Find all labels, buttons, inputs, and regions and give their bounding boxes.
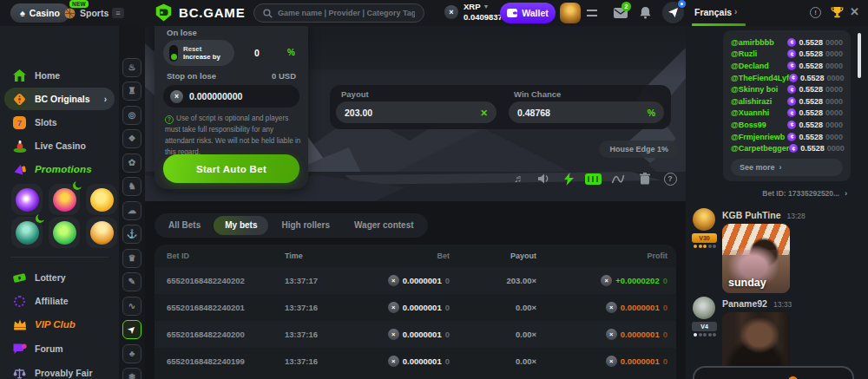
on-lose-controls: Reset Increase by 0 % bbox=[163, 40, 299, 66]
sidebar-item-vip-club[interactable]: VIP Club bbox=[0, 313, 119, 336]
game-rail-item[interactable]: ⚓ bbox=[122, 225, 141, 244]
sidebar-item-affiliate[interactable]: Affiliate bbox=[0, 290, 119, 312]
promo-tile-rocket[interactable] bbox=[11, 217, 43, 248]
home-icon bbox=[12, 69, 27, 83]
chat-gif-sunday[interactable]: sunday bbox=[722, 224, 790, 293]
payout-input[interactable]: 203.00 ✕ bbox=[336, 101, 496, 123]
notifications-button[interactable] bbox=[640, 6, 651, 19]
search-input[interactable] bbox=[278, 9, 415, 17]
lottery-icon bbox=[12, 271, 27, 285]
music-toggle-icon[interactable]: ♬ bbox=[510, 170, 528, 187]
reset-increase-toggle[interactable]: Reset Increase by bbox=[163, 40, 234, 66]
chat-message-input[interactable] bbox=[693, 366, 854, 379]
sidebar-item-bc-originals[interactable]: BC Originals › bbox=[4, 88, 115, 110]
user-avatar[interactable] bbox=[560, 3, 581, 23]
trends-icon[interactable] bbox=[609, 170, 627, 187]
sports-toggle[interactable]: NEW Sports bbox=[64, 3, 108, 23]
promo-tile-coins[interactable] bbox=[86, 217, 117, 248]
sidebar-item-lottery[interactable]: Lottery bbox=[0, 266, 119, 289]
seeds-icon[interactable] bbox=[636, 170, 654, 187]
stop-on-lose-input[interactable]: × 0.000000000 bbox=[163, 85, 299, 108]
balance-selector[interactable]: × XRP▼ 0.04098372 bbox=[444, 2, 507, 23]
leaderboard-button[interactable] bbox=[831, 6, 844, 19]
rain-user-row[interactable]: @Decland¢0.55280000 bbox=[731, 60, 843, 72]
rain-user-row[interactable]: @Carpetbegger¢0.55280000 bbox=[731, 142, 843, 154]
avatar[interactable] bbox=[693, 297, 715, 319]
game-rail-item[interactable]: ◎ bbox=[122, 106, 141, 125]
sidebar-item-promotions[interactable]: Promotions bbox=[0, 158, 119, 180]
chat-username[interactable]: Paname9213:33 bbox=[722, 298, 792, 309]
game-rail-item[interactable]: ❄ bbox=[122, 368, 141, 379]
rain-user-row[interactable]: @Boss99¢0.55280000 bbox=[731, 119, 843, 131]
rain-user-row[interactable]: @Skinny boi¢0.55280000 bbox=[731, 83, 843, 95]
sidebar-item-forum[interactable]: Forum bbox=[0, 337, 119, 360]
game-rail-item-active-crash[interactable]: ➤ bbox=[122, 320, 141, 339]
rain-user-row[interactable]: @amirbbbb¢0.55280000 bbox=[731, 36, 843, 49]
game-rail-item[interactable]: ☁ bbox=[122, 201, 141, 220]
promo-tile-wheel[interactable] bbox=[49, 184, 80, 215]
game-rail-item[interactable]: ❖ bbox=[122, 129, 141, 148]
rain-user-row[interactable]: @Frmjenriewb¢0.55280000 bbox=[731, 131, 843, 143]
bc-game-logo[interactable]: BC.GAME bbox=[155, 3, 245, 22]
chat-bet-id-link[interactable]: Bet ID: 17335292520...› bbox=[762, 189, 847, 198]
sidebar-item-slots[interactable]: 7 Slots bbox=[0, 111, 119, 134]
compare-toggle-icon[interactable]: ≡ bbox=[112, 8, 124, 18]
promo-tile-piggy[interactable] bbox=[86, 184, 117, 215]
tab-high-rollers[interactable]: High rollers bbox=[270, 216, 341, 235]
chevron-right-icon[interactable]: › bbox=[734, 7, 737, 16]
start-auto-bet-button[interactable]: Start Auto Bet bbox=[163, 154, 299, 183]
promo-tile-cash[interactable] bbox=[49, 217, 80, 248]
chat-rules-icon[interactable]: ! bbox=[810, 7, 821, 18]
rain-user-row[interactable]: @Xuannhi¢0.55280000 bbox=[731, 108, 843, 120]
top-bar: ♠ Casino NEW Sports ≡ BC.GAME × XRP▼ 0.0… bbox=[0, 0, 868, 26]
sidebar-item-provably-fair[interactable]: Provably Fair bbox=[0, 362, 119, 379]
rain-user-row[interactable]: @alishirazi¢0.55280000 bbox=[731, 95, 843, 108]
message-time: 13:28 bbox=[786, 212, 805, 220]
chat-language-tab[interactable]: Français bbox=[694, 7, 732, 17]
promo-tile-spin[interactable] bbox=[11, 184, 43, 215]
casino-toggle[interactable]: ♠ Casino bbox=[10, 3, 69, 23]
bet-row[interactable]: 65520168482240199 13:37:16 ×0.00000010 0… bbox=[155, 348, 676, 375]
game-rail-item[interactable]: ♨ bbox=[122, 58, 141, 77]
tab-all-bets[interactable]: All Bets bbox=[157, 216, 212, 235]
close-chat-icon[interactable]: ✕ bbox=[850, 5, 859, 18]
sidebar-item-home[interactable]: Home bbox=[0, 64, 119, 87]
inbox-button[interactable]: 2 bbox=[614, 8, 628, 18]
game-rail-item[interactable]: ∿ bbox=[122, 297, 141, 316]
chat-scrollbar[interactable] bbox=[858, 33, 861, 78]
chat-username[interactable]: KGB PuhTine13:28 bbox=[722, 210, 806, 220]
increase-value-input[interactable]: 0 bbox=[240, 48, 274, 58]
game-rail-item[interactable]: ♛ bbox=[122, 249, 141, 268]
promo-timer-badge bbox=[36, 214, 44, 223]
xrp-coin-icon: × bbox=[601, 275, 612, 286]
lucky-wheel-icon bbox=[53, 188, 76, 212]
avatar[interactable] bbox=[693, 208, 715, 231]
game-rail-item[interactable]: ✎ bbox=[122, 272, 141, 291]
game-rail-item[interactable]: ♜ bbox=[122, 82, 141, 101]
chat-toggle-button[interactable] bbox=[662, 2, 684, 23]
game-search[interactable] bbox=[253, 3, 424, 23]
see-more-button[interactable]: See more› bbox=[731, 159, 843, 176]
promotions-icon bbox=[12, 162, 27, 177]
profile-menu-icon[interactable] bbox=[587, 10, 597, 16]
sidebar-item-live-casino[interactable]: Live Casino bbox=[0, 134, 119, 157]
instant-bet-icon[interactable] bbox=[560, 170, 577, 187]
tab-my-bets[interactable]: My bets bbox=[214, 216, 268, 235]
help-icon: ? bbox=[165, 115, 174, 124]
game-rail-item[interactable]: ♣ bbox=[122, 344, 141, 363]
sidebar-item-label: Promotions bbox=[35, 164, 92, 174]
win-chance-field: Win Chance 0.48768 % bbox=[509, 89, 664, 123]
rain-user-row[interactable]: @Ruzli¢0.55280000 bbox=[731, 49, 843, 61]
game-rail-item[interactable]: ♞ bbox=[122, 177, 141, 196]
sound-toggle-icon[interactable] bbox=[536, 170, 553, 187]
bet-row[interactable]: 65520168482240200 13:37:16 ×0.00000010 0… bbox=[155, 321, 676, 348]
win-chance-input[interactable]: 0.48768 % bbox=[509, 101, 664, 123]
wallet-button[interactable]: Wallet bbox=[500, 3, 556, 23]
tab-wager-contest[interactable]: Wager contest bbox=[343, 216, 425, 235]
bet-row[interactable]: 65520168482240201 13:37:16 ×0.00000010 0… bbox=[155, 294, 676, 321]
game-rail-item[interactable]: ✿ bbox=[122, 154, 141, 173]
hotkeys-icon[interactable] bbox=[584, 170, 602, 187]
bet-row[interactable]: 65520168482240202 13:37:17 ×0.00000010 2… bbox=[155, 267, 676, 294]
game-help-icon[interactable]: ? bbox=[661, 170, 679, 187]
rain-user-row[interactable]: @TheFiend4Lyf¢0.55280000 bbox=[731, 72, 843, 84]
